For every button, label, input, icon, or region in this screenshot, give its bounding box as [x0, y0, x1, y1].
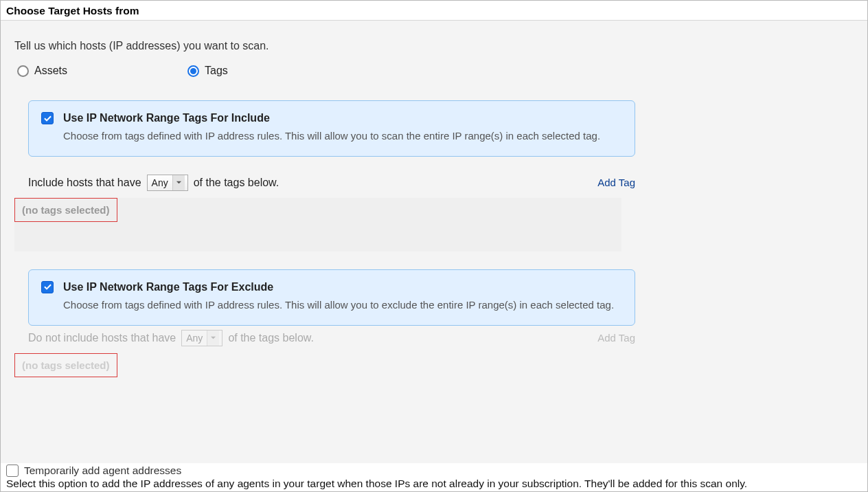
exclude-add-tag-link: Add Tag [597, 332, 635, 344]
exclude-filter-suffix: of the tags below. [228, 332, 314, 344]
include-info-desc: Choose from tags defined with IP address… [63, 128, 622, 144]
temp-add-agent-checkbox[interactable] [6, 465, 19, 477]
include-add-tag-link[interactable]: Add Tag [597, 177, 635, 188]
include-info-title: Use IP Network Range Tags For Include [63, 112, 622, 124]
panel-body: Tell us which hosts (IP addresses) you w… [1, 21, 867, 471]
include-match-value: Any [152, 177, 168, 188]
exclude-no-tags-placeholder: (no tags selected) [14, 353, 117, 377]
check-icon [43, 282, 52, 291]
include-tag-area[interactable]: (no tags selected) [14, 198, 621, 251]
include-info-box: Use IP Network Range Tags For Include Ch… [28, 100, 635, 157]
exclude-match-value: Any [186, 333, 203, 344]
include-checkbox[interactable] [41, 112, 54, 124]
include-filter-prefix: Include hosts that have [28, 177, 141, 189]
exclude-match-select[interactable]: Any [181, 330, 222, 346]
temp-add-agent-label: Temporarily add agent addresses [24, 465, 181, 477]
exclude-tag-area[interactable]: (no tags selected) [14, 353, 621, 394]
check-icon [43, 114, 52, 123]
exclude-filter-prefix: Do not include hosts that have [28, 332, 176, 344]
include-info-content: Use IP Network Range Tags For Include Ch… [63, 112, 622, 144]
temp-add-agent-desc: Select this option to add the IP address… [6, 478, 862, 490]
radio-tags-label: Tags [205, 65, 228, 77]
footer: Temporarily add agent addresses Select t… [1, 463, 867, 491]
exclude-checkbox[interactable] [41, 281, 54, 293]
radio-assets[interactable]: Assets [17, 65, 67, 77]
include-filter-row: Include hosts that have Any of the tags … [28, 175, 635, 191]
intro-text: Tell us which hosts (IP addresses) you w… [14, 40, 854, 52]
radio-assets-label: Assets [34, 65, 67, 77]
chevron-down-icon [172, 175, 185, 190]
panel-title: Choose Target Hosts from [1, 1, 867, 21]
radio-tags[interactable]: Tags [187, 65, 228, 77]
include-no-tags-placeholder: (no tags selected) [14, 198, 117, 222]
chevron-down-icon [207, 331, 219, 346]
include-filter-suffix: of the tags below. [194, 177, 279, 189]
exclude-info-box: Use IP Network Range Tags For Exclude Ch… [28, 269, 635, 326]
exclude-info-desc: Choose from tags defined with IP address… [63, 298, 622, 313]
include-match-select[interactable]: Any [147, 175, 188, 191]
include-section: Use IP Network Range Tags For Include Ch… [14, 100, 854, 394]
exclude-info-content: Use IP Network Range Tags For Exclude Ch… [63, 281, 622, 313]
radio-icon [17, 65, 29, 77]
target-hosts-panel: Choose Target Hosts from Tell us which h… [0, 0, 868, 492]
radio-icon [187, 65, 199, 77]
exclude-filter-row: Do not include hosts that have Any of th… [28, 330, 635, 346]
host-source-radio-group: Assets Tags [14, 65, 854, 77]
exclude-info-title: Use IP Network Range Tags For Exclude [63, 281, 622, 293]
